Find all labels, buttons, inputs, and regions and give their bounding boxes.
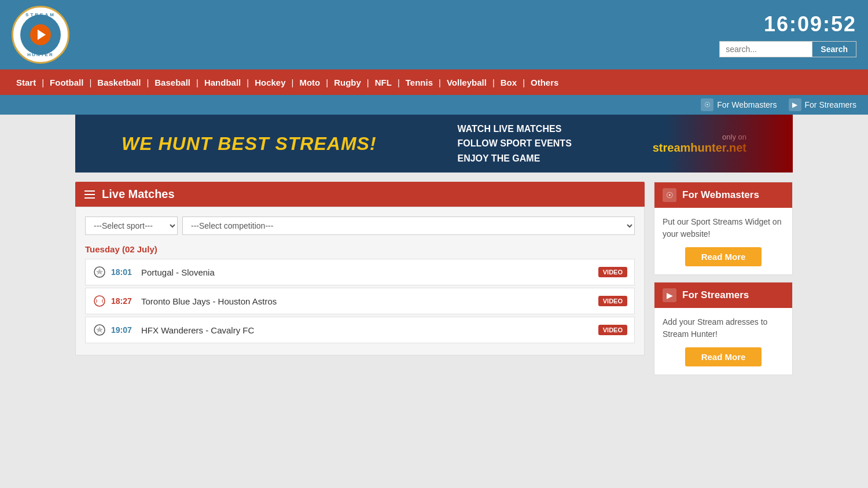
match-time: 19:07: [111, 325, 134, 335]
header-right: 16:09:52 Search: [719, 12, 856, 57]
clock: 16:09:52: [764, 12, 856, 36]
video-badge: VIDEO: [598, 325, 627, 335]
nav-sep: |: [245, 78, 250, 87]
nav-item-start[interactable]: Start: [12, 72, 41, 93]
streamers-card-title: For Streamers: [682, 289, 749, 301]
match-row[interactable]: 18:01 Portugal - Slovenia VIDEO: [85, 259, 635, 285]
streamers-read-more-button[interactable]: Read More: [685, 347, 762, 366]
banner-line2: FOLLOW SPORT EVENTS: [457, 136, 571, 151]
streamers-card-header: ▶ For Streamers: [654, 282, 792, 308]
banner: we hunt best streams! WATCH LIVE MATCHES…: [75, 115, 793, 173]
sidebar: ☉ For Webmasters Put our Sport Streams W…: [654, 182, 793, 382]
nav-item-nfl[interactable]: NFL: [370, 72, 396, 93]
baseball-icon: [93, 294, 106, 308]
logo-area: STREAM HUNTER: [12, 6, 69, 64]
hamburger-line: [84, 190, 95, 192]
match-row[interactable]: 19:07 HFX Wanderers - Cavalry FC VIDEO: [85, 317, 635, 343]
sub-nav-webmasters[interactable]: ☉ For Webmasters: [701, 98, 777, 111]
streamers-label: For Streamers: [805, 100, 856, 109]
play-icon: [30, 24, 51, 45]
webmasters-card-body: Put our Sport Streams Widget on your web…: [654, 208, 792, 274]
nav-sep: |: [195, 78, 200, 87]
logo-inner: [20, 14, 61, 55]
date-header: Tuesday (02 July): [85, 244, 635, 254]
matches-body: ---Select sport--- ---Select competition…: [75, 207, 645, 355]
match-name: Portugal - Slovenia: [141, 267, 598, 277]
nav-inner: Start | Football | Basketball | Baseball…: [12, 72, 563, 93]
sub-nav-streamers[interactable]: ▶ For Streamers: [789, 98, 856, 111]
streamers-card-icon: ▶: [663, 288, 676, 302]
competition-select[interactable]: ---Select competition---: [182, 217, 635, 235]
nav-sep: |: [366, 78, 370, 87]
section-title: Live Matches: [102, 188, 175, 201]
webmasters-icon: ☉: [701, 98, 713, 111]
nav-item-baseball[interactable]: Baseball: [150, 72, 195, 93]
logo: STREAM HUNTER: [12, 6, 69, 64]
streamers-card: ▶ For Streamers Add your Stream adresses…: [654, 282, 793, 375]
banner-gradient: [665, 115, 793, 173]
webmasters-card-title: For Webmasters: [682, 189, 759, 201]
nav-item-tennis[interactable]: Tennis: [401, 72, 437, 93]
match-name: HFX Wanderers - Cavalry FC: [141, 325, 598, 335]
live-matches-section: Live Matches ---Select sport--- ---Selec…: [75, 182, 645, 355]
nav-sep: |: [41, 78, 45, 87]
nav-item-others[interactable]: Others: [526, 72, 563, 93]
nav-sep: |: [145, 78, 150, 87]
match-name: Toronto Blue Jays - Houston Astros: [141, 296, 598, 306]
hamburger-line: [84, 194, 95, 195]
nav-item-handball[interactable]: Handball: [200, 72, 245, 93]
nav-sep: |: [290, 78, 295, 87]
nav-sep: |: [521, 78, 526, 87]
search-button[interactable]: Search: [812, 41, 856, 57]
nav-item-volleyball[interactable]: Volleyball: [442, 72, 491, 93]
nav-sep: |: [437, 78, 442, 87]
hamburger-line: [84, 197, 95, 199]
video-badge: VIDEO: [598, 267, 627, 277]
webmasters-label: For Webmasters: [717, 100, 777, 109]
svg-point-2: [94, 296, 105, 306]
filter-row: ---Select sport--- ---Select competition…: [85, 217, 635, 235]
nav-sep: |: [325, 78, 329, 87]
search-input[interactable]: [719, 41, 812, 57]
banner-line1: WATCH LIVE MATCHES: [457, 122, 571, 137]
sport-select[interactable]: ---Select sport---: [85, 217, 178, 235]
header: STREAM HUNTER 16:09:52 Search: [0, 0, 868, 69]
logo-text-bottom: HUNTER: [27, 52, 53, 57]
nav-sep: |: [396, 78, 401, 87]
match-time-live: 18:27: [111, 296, 134, 306]
sub-nav: ☉ For Webmasters ▶ For Streamers: [0, 95, 868, 115]
nav-bar: Start | Football | Basketball | Baseball…: [0, 69, 868, 95]
webmasters-card: ☉ For Webmasters Put our Sport Streams W…: [654, 182, 793, 275]
nav-sep: |: [88, 78, 93, 87]
banner-tagline: we hunt best streams!: [122, 133, 377, 155]
streamers-card-body: Add your Stream adresses to Stream Hunte…: [654, 308, 792, 375]
soccer-icon: [93, 265, 106, 279]
nav-item-box[interactable]: Box: [496, 72, 521, 93]
nav-item-rugby[interactable]: Rugby: [329, 72, 366, 93]
nav-item-football[interactable]: Football: [45, 72, 88, 93]
search-bar: Search: [719, 41, 856, 57]
nav-sep: |: [491, 78, 496, 87]
hamburger-icon[interactable]: [84, 190, 95, 199]
webmasters-card-header: ☉ For Webmasters: [654, 182, 792, 208]
soccer-icon: [93, 323, 106, 337]
banner-line3: ENJOY THE GAME: [457, 151, 571, 166]
main-content: Live Matches ---Select sport--- ---Selec…: [0, 173, 868, 391]
streamers-icon: ▶: [789, 98, 801, 111]
video-badge: VIDEO: [598, 296, 627, 306]
banner-right-text: WATCH LIVE MATCHES FOLLOW SPORT EVENTS E…: [457, 122, 571, 166]
section-header: Live Matches: [75, 182, 645, 207]
nav-item-moto[interactable]: Moto: [295, 72, 325, 93]
webmasters-card-icon: ☉: [663, 188, 676, 202]
webmasters-read-more-button[interactable]: Read More: [685, 247, 762, 266]
nav-item-basketball[interactable]: Basketball: [93, 72, 145, 93]
match-time: 18:01: [111, 267, 134, 277]
nav-item-hockey[interactable]: Hockey: [250, 72, 290, 93]
match-row[interactable]: 18:27 Toronto Blue Jays - Houston Astros…: [85, 288, 635, 314]
